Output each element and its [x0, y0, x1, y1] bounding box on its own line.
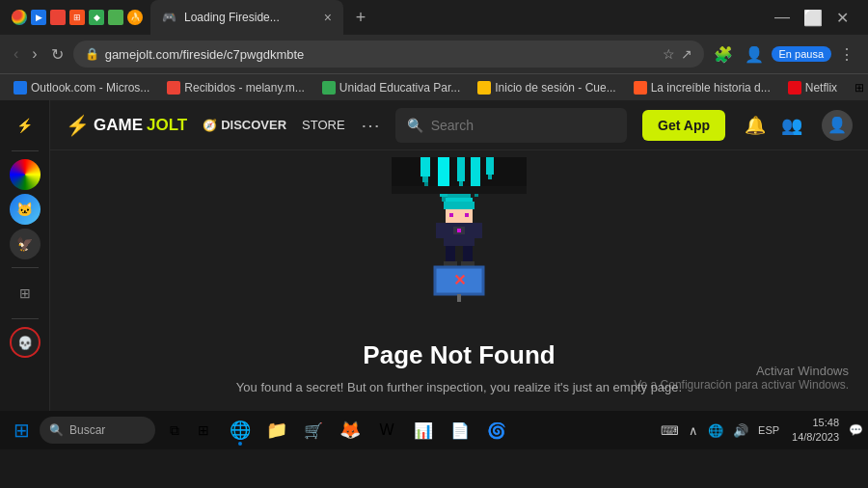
svg-rect-10 — [471, 157, 480, 186]
pinned-excel[interactable]: 📊 — [406, 413, 441, 447]
profile-icon[interactable]: 👤 — [741, 41, 768, 68]
back-btn[interactable]: ‹ — [10, 41, 22, 67]
pause-badge[interactable]: En pausa — [772, 46, 831, 62]
svg-rect-18 — [444, 202, 475, 209]
svg-rect-1 — [420, 157, 430, 176]
sidebar-avatar-4[interactable]: 💀 — [10, 327, 41, 358]
clock-time: 15:48 — [792, 416, 839, 430]
word-icon: W — [379, 421, 393, 439]
url-box[interactable]: 🔒 gamejolt.com/fireside/c7pwgdkmbte ☆ ↗ — [73, 41, 704, 68]
menu-btn[interactable]: ⋮ — [835, 41, 858, 68]
main-container: ⚡ GAME JOLT 🧭 DISCOVER STORE ⋯ 🔍 Get App… — [50, 100, 868, 411]
friends-icon[interactable]: 👥 — [781, 115, 802, 136]
pinned-pdf[interactable]: 📄 — [443, 413, 477, 447]
bookmark-outlook[interactable]: Outlook.com - Micros... — [8, 79, 155, 96]
store-icon: 🛒 — [304, 421, 323, 440]
sidebar-avatar-2[interactable]: 🐱 — [10, 194, 41, 225]
tray-volume-icon[interactable]: 🔊 — [730, 421, 751, 440]
sidebar-grid-icon[interactable]: ⊞ — [8, 276, 42, 311]
tray-apps-icon[interactable]: ⌨ — [658, 421, 682, 440]
top-nav: ⚡ GAME JOLT 🧭 DISCOVER STORE ⋯ 🔍 Get App… — [50, 100, 868, 150]
gamejolt-app: ⚡ 🐱 🦅 ⊞ 💀 ⚡ GAME JOLT 🧭 DISCOVER STORE — [0, 100, 868, 411]
explorer-icon: 📁 — [266, 420, 287, 441]
notifications-icon[interactable]: 🔔 — [745, 115, 766, 136]
address-bar: ‹ › ↻ 🔒 gamejolt.com/fireside/c7pwgdkmbt… — [0, 35, 868, 73]
tray-network-icon[interactable]: 🌐 — [705, 421, 726, 440]
bookmark-historia[interactable]: La increíble historia d... — [628, 79, 776, 96]
search-box[interactable]: 🔍 — [395, 108, 627, 143]
sidebar-home-icon[interactable]: ⚡ — [8, 108, 42, 143]
tab-close-btn[interactable]: × — [324, 10, 332, 25]
compass-icon: 🧭 — [203, 119, 217, 132]
logo-jolt-text: JOLT — [147, 116, 187, 135]
minimize-btn[interactable]: — — [771, 5, 794, 30]
pinned-explorer[interactable]: 📁 — [259, 413, 294, 447]
taskbar-search-icon: 🔍 — [49, 423, 64, 437]
svg-rect-30 — [463, 246, 473, 261]
share-icon[interactable]: ↗ — [681, 46, 692, 62]
lock-icon: 🔒 — [85, 47, 99, 61]
main-content: ✕ Page Not Found You found a secret! But… — [50, 150, 868, 411]
close-btn[interactable]: ✕ — [832, 5, 853, 31]
bookmark-unidad[interactable]: Unidad Educativa Par... — [316, 79, 466, 96]
svg-rect-22 — [449, 213, 453, 217]
svg-rect-15 — [392, 186, 527, 194]
error-content: Page Not Found You found a secret! But o… — [217, 331, 701, 404]
historia-icon — [634, 81, 647, 95]
active-tab[interactable]: 🎮 Loading Fireside... × — [150, 0, 343, 35]
svg-rect-3 — [424, 182, 428, 186]
netflix-icon — [788, 81, 801, 95]
firefox-icon: 🦊 — [339, 420, 361, 441]
svg-rect-16 — [448, 194, 471, 198]
bookmark-netflix[interactable]: Netflix — [782, 79, 843, 96]
watermark-title: Activar Windows — [634, 364, 849, 378]
pinned-edge[interactable]: 🌀 — [479, 413, 514, 447]
bookmark-netflix-label: Netflix — [805, 81, 837, 95]
taskbar-search[interactable]: 🔍 Buscar — [40, 417, 155, 444]
pixel-art-section: ✕ — [392, 157, 527, 312]
logo-lightning-icon: ⚡ — [66, 114, 90, 137]
apps-grid-icon: ⊞ — [854, 81, 864, 95]
taskbar-search-text: Buscar — [69, 423, 105, 437]
task-view-btn[interactable]: ⧉ — [161, 417, 188, 444]
reload-btn[interactable]: ↻ — [47, 41, 68, 68]
bookmark-unidad-label: Unidad Educativa Par... — [339, 81, 460, 95]
gamejolt-logo[interactable]: ⚡ GAME JOLT — [66, 114, 187, 137]
user-avatar[interactable]: 👤 — [822, 110, 853, 141]
tray-clock[interactable]: 15:48 14/8/2023 — [786, 416, 845, 446]
bookmark-gmail[interactable]: Recibidos - melany.m... — [161, 79, 310, 96]
tray-lang[interactable]: ESP — [755, 422, 782, 438]
sidebar-divider-3 — [12, 318, 39, 319]
pinned-store[interactable]: 🛒 — [296, 413, 331, 447]
notification-center-icon[interactable]: 💬 — [849, 417, 862, 444]
tray-up-icon[interactable]: ∧ — [686, 421, 701, 440]
widgets-btn[interactable]: ⊞ — [190, 417, 217, 444]
more-nav-btn[interactable]: ⋯ — [361, 114, 380, 137]
search-input[interactable] — [431, 118, 615, 133]
chrome-icon — [12, 10, 27, 25]
bookmark-apps[interactable]: ⊞ Aplicaciones — [849, 79, 868, 96]
sidebar-avatar-3[interactable]: 🦅 — [10, 229, 41, 259]
pinned-chrome[interactable]: 🌐 — [223, 413, 258, 447]
discover-nav-btn[interactable]: 🧭 DISCOVER — [203, 118, 286, 132]
svg-rect-14 — [488, 175, 492, 179]
taskbar: ⊞ 🔍 Buscar ⧉ ⊞ 🌐 📁 🛒 🦊 W 📊 📄 — [0, 411, 868, 449]
svg-rect-8 — [457, 157, 465, 181]
new-tab-btn[interactable]: + — [347, 4, 374, 31]
sidebar-avatar-1[interactable] — [10, 159, 41, 190]
svg-rect-23 — [465, 213, 469, 217]
start-button[interactable]: ⊞ — [6, 415, 38, 446]
store-nav-btn[interactable]: STORE — [302, 118, 345, 132]
maximize-btn[interactable]: ⬜ — [800, 5, 827, 31]
svg-rect-27 — [436, 223, 444, 238]
window-controls: — ⬜ ✕ — [771, 5, 860, 31]
svg-rect-13 — [486, 157, 494, 175]
star-icon[interactable]: ☆ — [663, 46, 675, 62]
extensions-icon[interactable]: 🧩 — [710, 41, 737, 68]
forward-btn[interactable]: › — [28, 41, 41, 67]
bookmark-inicio[interactable]: Inicio de sesión - Cue... — [472, 79, 621, 96]
pinned-word[interactable]: W — [369, 413, 404, 447]
get-app-button[interactable]: Get App — [642, 110, 725, 141]
bookmark-outlook-label: Outlook.com - Micros... — [31, 81, 149, 95]
pinned-fire[interactable]: 🦊 — [333, 413, 367, 447]
